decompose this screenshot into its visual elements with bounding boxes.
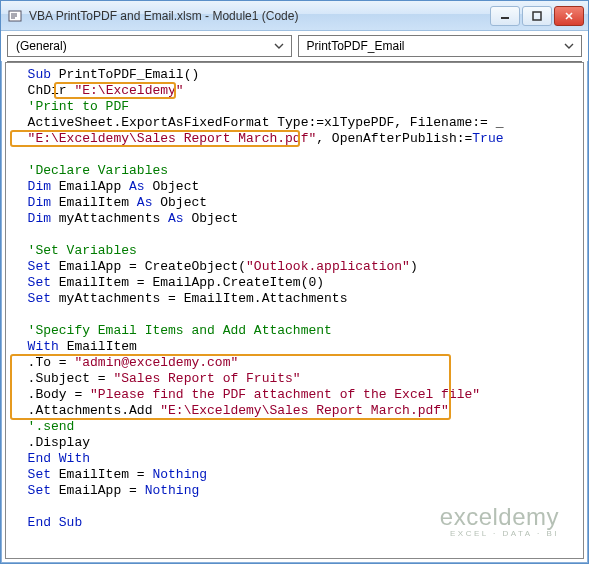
titlebar[interactable]: VBA PrintToPDF and Email.xlsm - Module1 … [1, 1, 588, 31]
close-button[interactable] [554, 6, 584, 26]
dropdown-row: (General) PrintToPDF_Email [1, 31, 588, 61]
window-controls [490, 6, 588, 26]
maximize-button[interactable] [522, 6, 552, 26]
code-editor[interactable]: Sub PrintToPDF_Email() ChDir "E:\Excelde… [5, 62, 584, 559]
procedure-dropdown-value: PrintToPDF_Email [307, 39, 405, 53]
object-dropdown[interactable]: (General) [7, 35, 292, 57]
svg-rect-5 [533, 12, 541, 20]
procedure-dropdown[interactable]: PrintToPDF_Email [298, 35, 583, 57]
code-content[interactable]: Sub PrintToPDF_Email() ChDir "E:\Excelde… [6, 63, 583, 535]
object-dropdown-value: (General) [16, 39, 67, 53]
chevron-down-icon [271, 38, 287, 54]
minimize-button[interactable] [490, 6, 520, 26]
chevron-down-icon [561, 38, 577, 54]
module-icon [7, 8, 23, 24]
vbe-window: VBA PrintToPDF and Email.xlsm - Module1 … [0, 0, 589, 564]
window-title: VBA PrintToPDF and Email.xlsm - Module1 … [29, 9, 490, 23]
